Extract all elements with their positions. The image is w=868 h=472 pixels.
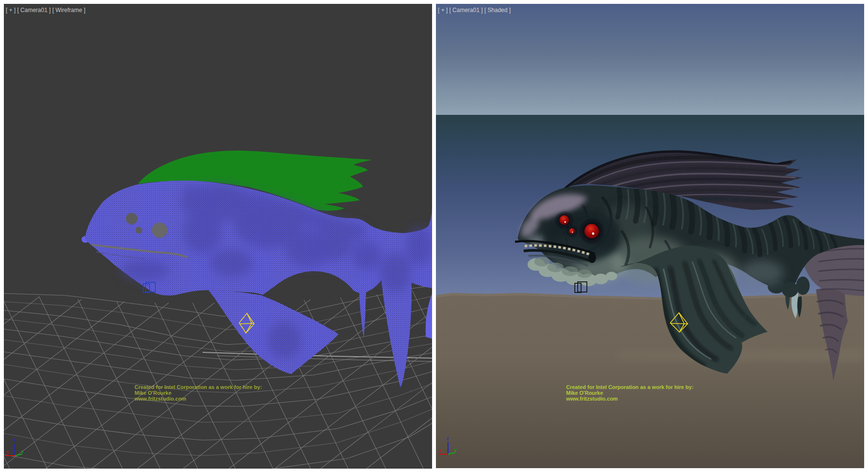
- svg-text:y: y: [21, 449, 24, 454]
- svg-text:Mike O'Rourke: Mike O'Rourke: [566, 390, 603, 396]
- svg-text:z: z: [447, 436, 449, 441]
- svg-text:www.fritzstudio.com: www.fritzstudio.com: [134, 396, 186, 402]
- svg-text:[ + ] [ Camera01 ] [ Shaded ]: [ + ] [ Camera01 ] [ Shaded ]: [438, 7, 511, 14]
- svg-text:y: y: [454, 447, 457, 453]
- svg-text:Created for Intel Corporation: Created for Intel Corporation as a work …: [135, 384, 262, 390]
- svg-text:www.fritzstudio.com: www.fritzstudio.com: [566, 396, 618, 402]
- svg-text:[ + ] [ Camera01 ] [ Wireframe: [ + ] [ Camera01 ] [ Wireframe ]: [6, 7, 85, 14]
- svg-text:Created for Intel Corporation: Created for Intel Corporation as a work …: [566, 384, 693, 390]
- svg-text:Mike O'Rourke: Mike O'Rourke: [135, 390, 172, 396]
- svg-text:x: x: [6, 449, 9, 455]
- svg-text:x: x: [439, 448, 442, 453]
- svg-text:z: z: [14, 437, 16, 443]
